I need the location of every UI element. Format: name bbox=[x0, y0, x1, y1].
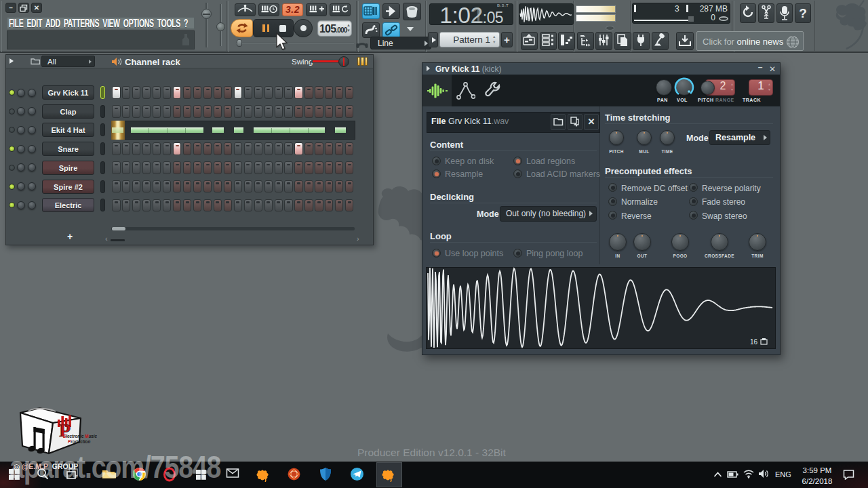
svg-text:Production: Production bbox=[68, 439, 90, 444]
svg-text:Electronic Music: Electronic Music bbox=[63, 434, 98, 439]
